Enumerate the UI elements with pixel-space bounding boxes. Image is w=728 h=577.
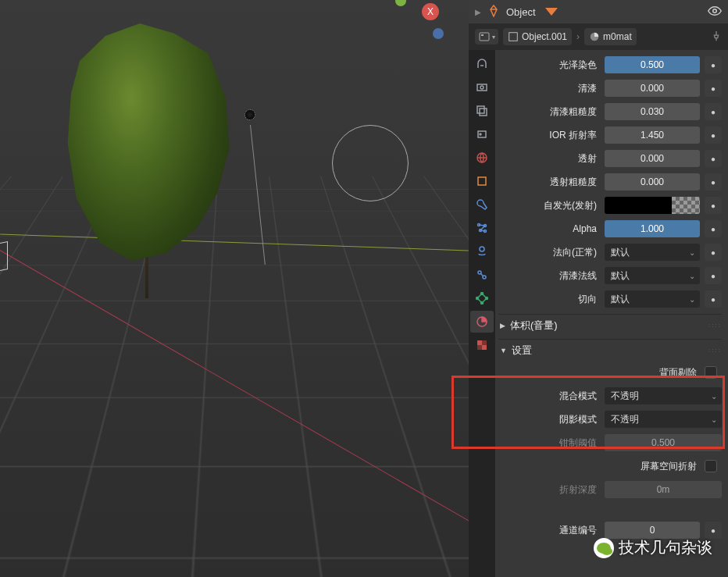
field-pass-index[interactable]: 0	[605, 522, 700, 539]
field-normal[interactable]: 默认	[605, 244, 700, 261]
prop-transmission: 透射 0.000 ●	[498, 147, 722, 170]
field-blend-mode[interactable]: 不透明	[605, 387, 722, 404]
field-refraction-depth[interactable]: 0m	[605, 481, 722, 498]
anim-dot-transmission[interactable]: ●	[705, 150, 722, 167]
field-ior[interactable]: 1.450	[605, 126, 700, 144]
properties-region: ▶ Object ▾ Object.001 › m0mat	[469, 0, 728, 577]
label-clip-threshold: 钳制阈值	[498, 436, 600, 450]
field-clearcoat-normal[interactable]: 默认	[605, 267, 700, 284]
svg-rect-26	[482, 340, 487, 345]
anim-dot-alpha[interactable]: ●	[705, 220, 722, 237]
checkbox-ssr[interactable]	[705, 460, 717, 472]
label-alpha: Alpha	[498, 223, 600, 234]
anim-dot-tangent[interactable]: ●	[705, 290, 722, 308]
tree-mesh-object[interactable]	[62, 23, 234, 273]
prop-refraction-depth: 折射深度 0m	[498, 478, 722, 501]
field-transmission[interactable]: 0.000	[605, 150, 700, 167]
anim-dot-clearcoat[interactable]: ●	[705, 80, 722, 97]
section-volume[interactable]: ▶ 体积(音量) ::::	[498, 314, 722, 336]
label-clearcoat-rough: 清漆粗糙度	[498, 105, 600, 119]
field-clearcoat-rough[interactable]: 0.030	[605, 103, 700, 120]
anim-dot-transmission-rough[interactable]: ●	[705, 173, 722, 191]
section-settings[interactable]: ▼ 设置 ::::	[498, 339, 722, 361]
tab-modifiers[interactable]	[470, 194, 494, 215]
nav-gizmo-x[interactable]: X	[422, 3, 439, 20]
nav-gizmo-y[interactable]	[395, 0, 406, 6]
checkbox-backface[interactable]	[705, 366, 717, 379]
watermark: 技术几句杂谈	[594, 537, 712, 558]
svg-point-20	[481, 293, 484, 295]
anim-dot-normal[interactable]: ●	[705, 244, 722, 261]
visibility-eye-icon[interactable]	[708, 4, 722, 20]
field-emission-color[interactable]	[605, 197, 700, 214]
triangle-down-icon: ▼	[500, 347, 507, 354]
chevron-down-orange-icon[interactable]	[545, 8, 558, 16]
wechat-icon	[594, 538, 614, 558]
field-alpha[interactable]: 1.000	[605, 220, 700, 237]
viewport-3d[interactable]: X	[0, 0, 469, 577]
field-sheen-tint[interactable]: 0.500	[605, 56, 700, 73]
svg-point-10	[480, 134, 481, 135]
armature-icon	[487, 5, 500, 20]
breadcrumb-material[interactable]: m0mat	[584, 28, 637, 45]
section-settings-label: 设置	[512, 344, 532, 358]
label-emission: 自发光(发射)	[498, 199, 600, 212]
pin-icon[interactable]	[711, 30, 722, 44]
breadcrumb-sep: ›	[576, 31, 580, 42]
tab-render[interactable]	[470, 53, 494, 75]
svg-rect-8	[480, 109, 487, 116]
breadcrumb-object-label: Object.001	[522, 31, 567, 42]
tab-viewlayer[interactable]	[470, 100, 494, 122]
tab-object[interactable]	[470, 170, 494, 192]
field-tangent[interactable]: 默认	[605, 290, 700, 308]
tab-output[interactable]	[470, 77, 494, 98]
tab-scene[interactable]	[470, 123, 494, 145]
anim-dot-emission[interactable]: ●	[705, 197, 722, 214]
tab-particles[interactable]	[470, 217, 494, 239]
anim-dot-sheen-tint[interactable]: ●	[705, 56, 722, 73]
label-backface: 背面剔除	[498, 366, 700, 379]
svg-point-21	[486, 297, 488, 300]
anim-dot-ior[interactable]: ●	[705, 126, 722, 144]
field-clearcoat[interactable]: 0.000	[605, 80, 700, 97]
outliner-object-label: Object	[506, 6, 536, 18]
label-shadow-mode: 阴影模式	[498, 413, 600, 426]
svg-point-0	[713, 9, 717, 12]
tab-constraints[interactable]	[470, 264, 494, 286]
svg-rect-3	[509, 33, 518, 41]
outliner-row[interactable]: ▶ Object	[469, 0, 728, 23]
anim-dot-pass-index[interactable]: ●	[705, 522, 722, 539]
tab-mesh-data[interactable]	[470, 287, 494, 309]
field-clip-threshold[interactable]: 0.500	[605, 434, 722, 451]
prop-clearcoat-rough: 清漆粗糙度 0.030 ●	[498, 100, 722, 123]
nav-gizmo-z[interactable]	[433, 28, 444, 39]
tab-material[interactable]	[470, 311, 494, 333]
anim-dot-clearcoat-normal[interactable]: ●	[705, 267, 722, 284]
tab-world[interactable]	[470, 147, 494, 169]
camera-empty-circle[interactable]	[332, 125, 409, 201]
svg-point-18	[478, 271, 481, 274]
light-object[interactable]	[242, 109, 258, 125]
expand-icon: ▶	[475, 8, 481, 16]
prop-blend-mode: 混合模式 不透明	[498, 384, 722, 408]
editor-type-selector[interactable]: ▾	[475, 29, 498, 45]
svg-point-19	[483, 276, 486, 279]
label-transmission: 透射	[498, 152, 600, 166]
tab-physics[interactable]	[470, 240, 494, 262]
prop-alpha: Alpha 1.000 ●	[498, 217, 722, 240]
svg-rect-28	[482, 345, 487, 350]
svg-point-22	[481, 302, 484, 305]
prop-ssr: 屏幕空间折射	[498, 454, 722, 478]
field-transmission-rough[interactable]: 0.000	[605, 173, 700, 191]
tab-texture[interactable]	[470, 334, 494, 356]
svg-rect-2	[481, 34, 484, 36]
field-shadow-mode[interactable]: 不透明	[605, 411, 722, 428]
section-volume-label: 体积(音量)	[510, 319, 558, 333]
prop-clearcoat: 清漆 0.000 ●	[498, 77, 722, 100]
label-refraction-depth: 折射深度	[498, 483, 600, 497]
label-normal: 法向(正常)	[498, 246, 600, 259]
anim-dot-clearcoat-rough[interactable]: ●	[705, 103, 722, 120]
breadcrumb-object[interactable]: Object.001	[503, 28, 572, 45]
prop-sheen-tint: 光泽染色 0.500 ●	[498, 53, 722, 77]
prop-clip-threshold: 钳制阈值 0.500	[498, 431, 722, 454]
